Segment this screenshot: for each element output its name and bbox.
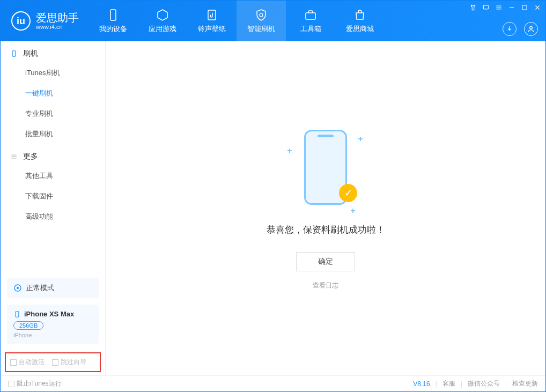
- mode-card[interactable]: 正常模式: [7, 278, 99, 298]
- device-name-row: iPhone XS Max: [13, 310, 92, 318]
- block-itunes-checkbox[interactable]: 阻止iTunes运行: [8, 379, 62, 388]
- check-update-link[interactable]: 检查更新: [512, 379, 538, 388]
- section-label: 刷机: [23, 49, 38, 58]
- checkbox-label: 自动激活: [19, 358, 45, 367]
- auto-activate-checkbox[interactable]: 自动激活: [10, 358, 45, 367]
- checkbox-icon: [52, 359, 58, 366]
- sidebar-item-pro-flash[interactable]: 专业刷机: [1, 103, 105, 124]
- app-name: 爱思助手: [36, 12, 79, 24]
- mode-label: 正常模式: [26, 283, 54, 293]
- header-right-actions: [503, 22, 538, 36]
- app-window: iu 爱思助手 www.i4.cn 我的设备 应用游戏 铃声壁纸 智能刷机: [0, 0, 546, 392]
- version-label: V8.16: [413, 380, 430, 388]
- nav-tabs: 我的设备 应用游戏 铃声壁纸 智能刷机 工具箱 爱思商城: [88, 1, 385, 41]
- nav-app-games[interactable]: 应用游戏: [138, 1, 187, 41]
- download-button[interactable]: [503, 22, 517, 36]
- mode-icon: [13, 284, 22, 292]
- success-message: 恭喜您，保资料刷机成功啦！: [267, 224, 385, 236]
- sidebar-item-batch-flash[interactable]: 批量刷机: [1, 124, 105, 144]
- sparkle-icon: [287, 149, 292, 153]
- separator: |: [461, 380, 462, 388]
- feedback-icon[interactable]: [482, 4, 490, 11]
- svg-rect-6: [12, 51, 16, 57]
- checkbox-label: 跳过向导: [61, 358, 86, 367]
- device-name: iPhone XS Max: [24, 310, 74, 318]
- sidebar-item-itunes-flash[interactable]: iTunes刷机: [1, 63, 105, 83]
- logo-area: iu 爱思助手 www.i4.cn: [1, 1, 88, 41]
- close-icon[interactable]: [534, 4, 541, 11]
- shirt-icon[interactable]: [469, 4, 477, 11]
- nav-smart-flash[interactable]: 智能刷机: [237, 1, 286, 41]
- device-icon: [13, 310, 21, 318]
- device-card[interactable]: iPhone XS Max 256GB iPhone: [7, 305, 99, 344]
- device-storage-badge: 256GB: [13, 321, 43, 330]
- spacer: [1, 227, 105, 275]
- body: 刷机 iTunes刷机 一键刷机 专业刷机 批量刷机 更多 其他工具 下载固件 …: [1, 41, 545, 375]
- nav-label: 铃声壁纸: [198, 24, 226, 34]
- svg-rect-0: [110, 10, 116, 20]
- checkbox-icon: [8, 381, 14, 387]
- wechat-link[interactable]: 微信公众号: [468, 379, 500, 388]
- separator: |: [505, 380, 507, 388]
- nav-label: 工具箱: [300, 24, 321, 34]
- sidebar-section-more: 更多: [1, 144, 105, 166]
- sidebar-item-download-fw[interactable]: 下载固件: [1, 186, 105, 206]
- logo-text: 爱思助手 www.i4.cn: [36, 12, 79, 30]
- svg-rect-3: [483, 5, 488, 9]
- separator: |: [436, 380, 437, 388]
- section-label: 更多: [23, 152, 38, 161]
- download-icon: [506, 25, 513, 33]
- header: iu 爱思助手 www.i4.cn 我的设备 应用游戏 铃声壁纸 智能刷机: [1, 1, 545, 41]
- nav-label: 应用游戏: [149, 24, 176, 34]
- minimize-icon[interactable]: [508, 4, 515, 11]
- sidebar-item-onekey-flash[interactable]: 一键刷机: [1, 83, 105, 103]
- nav-ring-wall[interactable]: 铃声壁纸: [187, 1, 237, 41]
- titlebar-controls: [469, 4, 541, 11]
- success-illustration: ✓: [291, 127, 360, 213]
- maximize-icon[interactable]: [521, 4, 528, 11]
- music-icon: [205, 9, 218, 21]
- svg-rect-9: [16, 311, 19, 317]
- shield-refresh-icon: [255, 9, 268, 21]
- sidebar: 刷机 iTunes刷机 一键刷机 专业刷机 批量刷机 更多 其他工具 下载固件 …: [1, 41, 106, 375]
- phone-outline-icon: [10, 50, 18, 57]
- nav-label: 爱思商城: [346, 24, 374, 34]
- menu-icon[interactable]: [495, 4, 503, 11]
- skip-guide-checkbox[interactable]: 跳过向导: [52, 358, 86, 367]
- device-type: iPhone: [13, 332, 92, 338]
- checkbox-icon: [10, 359, 17, 366]
- sparkle-icon: [358, 137, 363, 141]
- nav-store[interactable]: 爱思商城: [335, 1, 385, 41]
- svg-rect-1: [208, 10, 216, 20]
- bottom-options-highlight: 自动激活 跳过向导: [5, 352, 101, 372]
- svg-rect-4: [522, 5, 527, 10]
- toolbox-icon: [304, 9, 317, 21]
- nav-toolbox[interactable]: 工具箱: [286, 1, 335, 41]
- sidebar-item-advanced[interactable]: 高级功能: [1, 206, 105, 227]
- svg-point-8: [17, 287, 19, 289]
- cube-icon: [156, 9, 169, 21]
- svg-point-5: [530, 26, 533, 29]
- sidebar-item-other-tools[interactable]: 其他工具: [1, 166, 105, 186]
- support-link[interactable]: 客服: [442, 379, 455, 388]
- nav-label: 智能刷机: [247, 24, 275, 34]
- user-button[interactable]: [524, 22, 538, 36]
- main-content: ✓ 恭喜您，保资料刷机成功啦！ 确定 查看日志: [106, 41, 545, 375]
- sparkle-icon: [351, 209, 355, 213]
- check-badge-icon: ✓: [339, 184, 357, 202]
- checkbox-label: 阻止iTunes运行: [17, 379, 62, 388]
- app-url: www.i4.cn: [36, 24, 79, 30]
- statusbar: 阻止iTunes运行 V8.16 | 客服 | 微信公众号 | 检查更新: [1, 375, 545, 391]
- bag-icon: [353, 9, 366, 21]
- svg-rect-2: [306, 13, 315, 19]
- list-icon: [10, 153, 18, 160]
- view-log-link[interactable]: 查看日志: [313, 281, 338, 290]
- status-right: V8.16 | 客服 | 微信公众号 | 检查更新: [413, 379, 538, 388]
- nav-label: 我的设备: [99, 24, 127, 34]
- user-icon: [527, 25, 535, 33]
- nav-my-device[interactable]: 我的设备: [88, 1, 138, 41]
- ok-button[interactable]: 确定: [296, 252, 355, 271]
- phone-icon: [107, 9, 120, 21]
- sidebar-section-flash: 刷机: [1, 41, 105, 63]
- logo-icon: iu: [11, 11, 31, 31]
